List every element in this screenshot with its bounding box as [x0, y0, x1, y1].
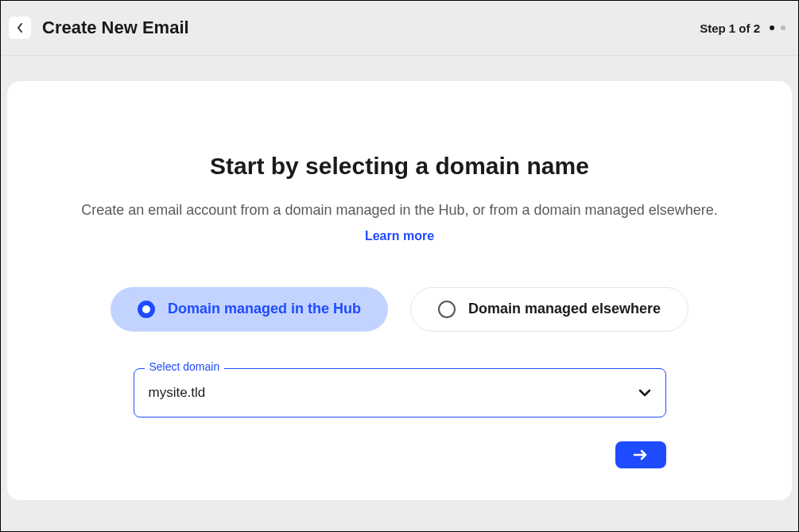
radio-group: Domain managed in the Hub Domain managed… [64, 287, 735, 332]
chevron-left-icon [16, 23, 24, 33]
next-button[interactable] [615, 441, 666, 468]
step-dot-2 [781, 25, 785, 30]
back-button[interactable] [9, 17, 31, 39]
select-domain-dropdown[interactable]: mysite.tld [134, 368, 666, 417]
page-title: Create New Email [42, 17, 189, 38]
select-label: Select domain [145, 360, 225, 373]
arrow-right-icon [633, 449, 649, 460]
card: Start by selecting a domain name Create … [7, 81, 792, 500]
header-left: Create New Email [9, 17, 189, 39]
step-indicator: Step 1 of 2 [700, 21, 760, 35]
radio-hub-label: Domain managed in the Hub [168, 301, 361, 317]
footer-actions [134, 441, 666, 468]
radio-unselected-icon [438, 301, 456, 318]
description-text: Create an email account from a domain ma… [81, 202, 717, 218]
select-value: mysite.tld [149, 385, 206, 401]
header: Create New Email Step 1 of 2 [1, 1, 798, 56]
chevron-down-icon [638, 389, 651, 397]
main-heading: Start by selecting a domain name [64, 153, 735, 180]
radio-domain-elsewhere[interactable]: Domain managed elsewhere [410, 287, 688, 332]
radio-elsewhere-label: Domain managed elsewhere [468, 301, 661, 317]
step-dot-1 [770, 25, 774, 30]
main-description: Create an email account from a domain ma… [64, 197, 735, 249]
content-area: Start by selecting a domain name Create … [1, 56, 798, 500]
select-domain-field: Select domain mysite.tld [134, 368, 666, 417]
header-right: Step 1 of 2 [700, 21, 785, 35]
step-dots [770, 25, 785, 30]
radio-domain-hub[interactable]: Domain managed in the Hub [111, 287, 388, 332]
learn-more-link[interactable]: Learn more [365, 229, 434, 243]
radio-selected-icon [138, 301, 155, 318]
